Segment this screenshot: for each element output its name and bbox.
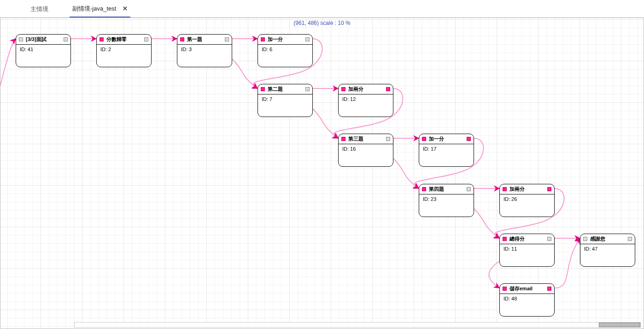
input-port-icon[interactable] xyxy=(261,87,265,91)
node-n3[interactable]: 第一題ID: 3 xyxy=(177,34,232,67)
node-id: ID: 7 xyxy=(258,94,312,104)
node-id: ID: 17 xyxy=(419,144,474,153)
node-n16[interactable]: 第三題ID: 16 xyxy=(338,134,393,167)
node-n7[interactable]: 第二題ID: 7 xyxy=(258,84,313,117)
output-port-icon[interactable] xyxy=(64,37,68,41)
scrollbar-thumb[interactable] xyxy=(599,323,640,327)
input-port-icon[interactable] xyxy=(503,287,507,291)
node-id: ID: 11 xyxy=(500,244,554,253)
node-n12[interactable]: 加兩分ID: 12 xyxy=(338,84,393,117)
node-title: 第四題 xyxy=(426,186,467,193)
node-header: 感謝您 xyxy=(580,234,635,244)
tab-sub-scenario[interactable]: 副情境-java_test ✕ xyxy=(70,0,130,18)
node-header: 第二題 xyxy=(258,84,312,94)
flow-canvas[interactable]: [3/3]面試ID: 41分數歸零ID: 2第一題ID: 3加一分ID: 6第二… xyxy=(0,18,644,329)
input-port-icon[interactable] xyxy=(100,37,104,41)
input-port-icon[interactable] xyxy=(180,37,184,41)
canvas-viewport[interactable]: (961, 486) scale : 10 % [3/3]面試ID: 41分數歸… xyxy=(0,18,644,329)
node-id: ID: 2 xyxy=(97,45,151,54)
output-port-icon[interactable] xyxy=(305,87,310,91)
input-port-icon[interactable] xyxy=(19,37,23,41)
output-port-icon[interactable] xyxy=(628,237,632,241)
node-header: 加一分 xyxy=(419,134,474,144)
node-title: 加兩分 xyxy=(507,186,547,193)
tab-main-scenario[interactable]: 主情境 xyxy=(28,0,51,17)
input-port-icon[interactable] xyxy=(503,237,507,241)
node-title: 加兩分 xyxy=(345,86,386,93)
node-n11[interactable]: 總得分ID: 11 xyxy=(499,234,555,267)
node-id: ID: 41 xyxy=(16,45,70,54)
close-icon[interactable]: ✕ xyxy=(123,5,128,12)
node-id: ID: 6 xyxy=(258,45,312,54)
node-id: ID: 3 xyxy=(177,45,232,54)
node-title: 感謝您 xyxy=(587,235,628,242)
node-title: [3/3]面試 xyxy=(23,36,64,43)
input-port-icon[interactable] xyxy=(422,187,426,191)
node-title: 第二題 xyxy=(265,86,305,93)
output-port-icon[interactable] xyxy=(467,137,471,141)
node-header: 分數歸零 xyxy=(97,35,151,45)
input-port-icon[interactable] xyxy=(422,137,426,141)
node-header: 加一分 xyxy=(258,35,312,45)
node-n6[interactable]: 加一分ID: 6 xyxy=(258,34,313,67)
output-port-icon[interactable] xyxy=(467,187,471,191)
node-id: ID: 26 xyxy=(500,194,554,204)
node-id: ID: 16 xyxy=(339,144,393,153)
node-title: 儲存email xyxy=(507,285,547,292)
node-header: 加兩分 xyxy=(339,84,393,94)
tab-label: 副情境-java_test xyxy=(72,5,116,12)
node-header: 第三題 xyxy=(339,134,393,144)
input-port-icon[interactable] xyxy=(503,187,507,191)
node-n17[interactable]: 加一分ID: 17 xyxy=(419,134,474,167)
output-port-icon[interactable] xyxy=(144,37,148,41)
node-title: 分數歸零 xyxy=(104,36,144,43)
node-header: 第四題 xyxy=(419,184,474,194)
node-n47[interactable]: 感謝您ID: 47 xyxy=(580,234,635,267)
output-port-icon[interactable] xyxy=(547,237,551,241)
input-port-icon[interactable] xyxy=(583,237,587,241)
node-header: [3/3]面試 xyxy=(16,35,70,45)
output-port-icon[interactable] xyxy=(386,137,390,141)
node-n26[interactable]: 加兩分ID: 26 xyxy=(499,184,555,217)
horizontal-scrollbar[interactable] xyxy=(74,322,641,328)
node-title: 加一分 xyxy=(265,36,305,43)
node-id: ID: 23 xyxy=(419,194,474,204)
node-title: 加一分 xyxy=(426,135,467,142)
node-id: ID: 12 xyxy=(339,94,393,104)
node-n2[interactable]: 分數歸零ID: 2 xyxy=(96,34,152,67)
node-id: ID: 48 xyxy=(500,294,554,303)
node-n48[interactable]: 儲存emailID: 48 xyxy=(499,283,555,317)
node-header: 儲存email xyxy=(500,284,554,294)
node-header: 加兩分 xyxy=(500,184,554,194)
output-port-icon[interactable] xyxy=(305,37,310,41)
node-n41[interactable]: [3/3]面試ID: 41 xyxy=(16,34,71,67)
input-port-icon[interactable] xyxy=(341,87,345,91)
node-title: 第一題 xyxy=(184,36,225,43)
input-port-icon[interactable] xyxy=(261,37,265,41)
output-port-icon[interactable] xyxy=(547,287,551,291)
node-title: 總得分 xyxy=(507,235,547,242)
node-header: 總得分 xyxy=(500,234,554,244)
tab-label: 主情境 xyxy=(30,6,48,12)
input-port-icon[interactable] xyxy=(341,137,345,141)
tab-bar: 主情境 副情境-java_test ✕ xyxy=(0,0,644,18)
output-port-icon[interactable] xyxy=(386,87,390,91)
node-title: 第三題 xyxy=(345,135,386,142)
output-port-icon[interactable] xyxy=(547,187,551,191)
output-port-icon[interactable] xyxy=(225,37,229,41)
node-header: 第一題 xyxy=(177,35,232,45)
node-n23[interactable]: 第四題ID: 23 xyxy=(419,184,474,217)
node-id: ID: 47 xyxy=(580,244,635,253)
